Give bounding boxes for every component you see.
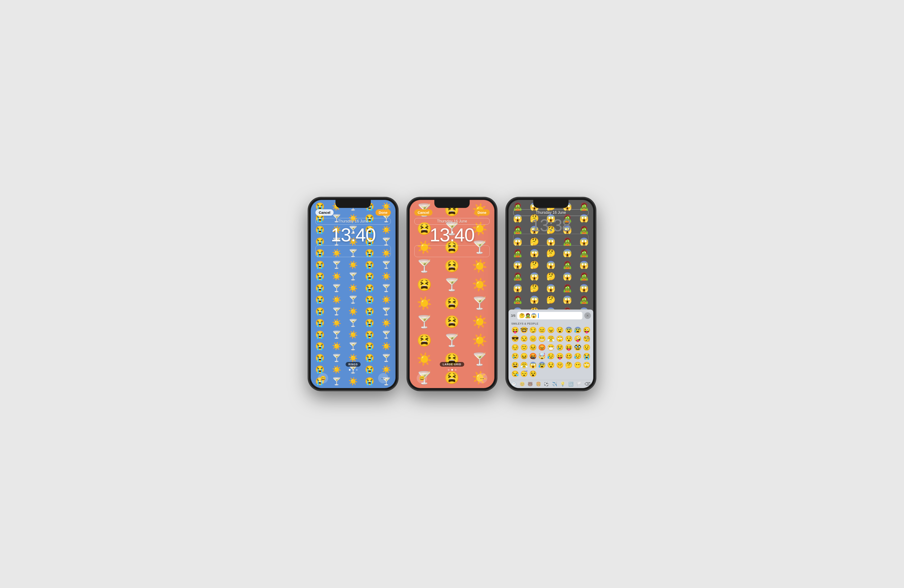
- emoji-cell[interactable]: 🤯: [538, 352, 546, 360]
- phone1-widget: [316, 245, 391, 257]
- phone1-bottom: RINGS 😀 ···: [316, 362, 391, 383]
- emoji-cell[interactable]: 😱: [529, 361, 537, 369]
- emoji-cell[interactable]: 😥: [574, 352, 582, 360]
- emoji-cell[interactable]: 🤬: [529, 352, 537, 360]
- delete-icon[interactable]: ⌫: [585, 381, 590, 387]
- phone1-time: 13:40: [316, 225, 391, 244]
- picker-counter: 3/6: [511, 314, 515, 317]
- dot: [356, 369, 357, 370]
- emoji-cell[interactable]: 🤫: [556, 361, 564, 369]
- picker-search-row: 3/6 🤔🧟😱 ✕: [511, 312, 591, 319]
- phone2-emoji-icon[interactable]: 😀: [417, 373, 427, 383]
- phone2-cancel-btn[interactable]: Cancel: [414, 209, 433, 216]
- emoji-cell[interactable]: 😡: [538, 344, 546, 352]
- emoji-cell[interactable]: 😑: [529, 335, 537, 343]
- phone3-time: 13:38: [513, 217, 588, 234]
- emoji-cell[interactable]: 🤓: [520, 326, 528, 334]
- emoji-cell[interactable]: 🙄: [556, 335, 564, 343]
- emoji-cell[interactable]: 😤: [520, 361, 528, 369]
- phone2-dots-icon[interactable]: ···: [477, 373, 487, 383]
- emoji-cell[interactable]: 😛: [556, 352, 564, 360]
- emoji-cell[interactable]: 🤔: [564, 361, 573, 369]
- object-icon[interactable]: 💡: [560, 381, 565, 387]
- emoji-cell[interactable]: 😶: [574, 361, 582, 369]
- phone3-wrapper: 🧟😱🤔😱🧟😱🤔😱🧟😱🧟😱🤔😱🧟😱🤔😱🧟😱🧟😱🤔😱🧟😱🤔😱🧟😱🧟😱🤔😱🧟😱🤔😱🧟😱…: [506, 197, 596, 391]
- emoji-cell[interactable]: 🥸: [574, 344, 582, 352]
- emoji-cell[interactable]: 😭: [582, 352, 591, 360]
- emoji-cell[interactable]: 😯: [564, 335, 573, 343]
- picker-cursor: [538, 313, 539, 318]
- emoji-cell[interactable]: 🙁: [520, 344, 528, 352]
- phone1-cancel-btn[interactable]: Cancel: [316, 209, 333, 216]
- symbol-icon[interactable]: 🔣: [568, 381, 574, 387]
- phone2-bottom-icons: 😀 ···: [414, 373, 490, 383]
- animal-icon[interactable]: 🐻: [528, 381, 533, 387]
- smiley-icon[interactable]: 😊: [520, 381, 525, 387]
- emoji-cell[interactable]: 😰: [574, 326, 582, 334]
- emoji-cell[interactable]: 😜: [582, 326, 591, 334]
- emoji-cell[interactable]: 😷: [547, 344, 555, 352]
- activity-icon[interactable]: ⚽: [544, 381, 549, 387]
- picker-close-btn[interactable]: ✕: [584, 312, 591, 319]
- picker-search-box[interactable]: 🤔🧟😱: [517, 312, 582, 319]
- phone1-screen: 😭☀️🍸😭☀️😭🍸☀️😭🍸😭☀️🍸😭☀️😭🍸☀️😭🍸😭☀️🍸😭☀️😭🍸☀️😭🍸😭…: [311, 200, 395, 388]
- emoji-cell[interactable]: 😨: [564, 326, 573, 334]
- emoji-cell[interactable]: 😬: [538, 335, 546, 343]
- phone1-bottom-icons: 😀 ···: [316, 373, 391, 383]
- picker-selected-emojis: 🤔🧟😱: [519, 313, 537, 318]
- emoji-cell[interactable]: 😝: [511, 326, 519, 334]
- recent-icon[interactable]: 🕐: [511, 381, 517, 387]
- emoji-cell[interactable]: 😵: [529, 370, 537, 378]
- phone2-date: Thursday 16 June: [414, 218, 490, 225]
- emoji-cell[interactable]: 😢: [511, 352, 519, 360]
- emoji-cell[interactable]: 🥴: [564, 352, 573, 360]
- emoji-cell[interactable]: 😪: [511, 370, 519, 378]
- phone3-date: Thursday 16 June: [513, 209, 588, 216]
- phone1-lock-overlay: Cancel Done Thursday 16 June 13:40 RINGS: [311, 200, 395, 388]
- emoji-cell[interactable]: 😐: [538, 326, 546, 334]
- emoji-cell[interactable]: 😢: [556, 344, 564, 352]
- emoji-cell[interactable]: 😔: [511, 344, 519, 352]
- emoji-cell[interactable]: 😒: [520, 335, 528, 343]
- phone2-widget: [414, 245, 490, 257]
- emoji-cell[interactable]: 😎: [511, 335, 519, 343]
- phone1-wrapper: 😭☀️🍸😭☀️😭🍸☀️😭🍸😭☀️🍸😭☀️😭🍸☀️😭🍸😭☀️🍸😭☀️😭🍸☀️😭🍸😭…: [308, 197, 398, 391]
- emoji-cell[interactable]: 😫: [511, 361, 519, 369]
- emoji-cell[interactable]: 😧: [556, 326, 564, 334]
- emoji-cell[interactable]: 😝: [564, 344, 573, 352]
- phone2-notch: [435, 200, 469, 208]
- emoji-cell[interactable]: 😣: [529, 344, 537, 352]
- emoji-cell[interactable]: 😥: [547, 352, 555, 360]
- phone3: 🧟😱🤔😱🧟😱🤔😱🧟😱🧟😱🤔😱🧟😱🤔😱🧟😱🧟😱🤔😱🧟😱🤔😱🧟😱🧟😱🤔😱🧟😱🤔😱🧟😱…: [506, 197, 596, 391]
- dot-active: [349, 369, 351, 370]
- phone1-mode-badge: RINGS: [346, 362, 361, 367]
- phone1-top-bar: Cancel Done: [316, 209, 391, 216]
- phone1-dots-icon[interactable]: ···: [378, 373, 389, 383]
- food-icon[interactable]: 🍔: [536, 381, 541, 387]
- emoji-cell[interactable]: 🧐: [582, 335, 591, 343]
- phone1-done-btn[interactable]: Done: [376, 209, 391, 216]
- emoji-picker-panel: 3/6 🤔🧟😱 ✕ SMILEYS & PEOPLE 😝🤓😏😐😠😧😨😰😜😎😒😑😬…: [509, 309, 593, 388]
- emoji-cell[interactable]: 😯: [547, 361, 555, 369]
- phone2-screen: 🍸😫☀️😫🍸☀️☀️😫🍸🍸😫☀️😫🍸☀️☀️😫🍸🍸😫☀️😫🍸☀️☀️😫🍸🍸😫☀️…: [409, 200, 495, 388]
- phone2-done-btn[interactable]: Done: [474, 209, 490, 216]
- emoji-cell[interactable]: 😟: [582, 344, 591, 352]
- dot-active: [451, 369, 453, 370]
- emoji-cell[interactable]: 😏: [529, 326, 537, 334]
- phone1-emoji-icon[interactable]: 😀: [318, 373, 328, 383]
- emoji-cell[interactable]: 😠: [547, 326, 555, 334]
- dot: [352, 369, 354, 370]
- flag-icon[interactable]: 🏳️: [576, 381, 582, 387]
- phone1-date: Thursday 16 June: [316, 218, 391, 225]
- phone1-dots: [349, 369, 357, 370]
- emoji-cell[interactable]: 😴: [520, 370, 528, 378]
- emoji-cell[interactable]: 😤: [547, 335, 555, 343]
- emoji-cell[interactable]: 😖: [520, 352, 528, 360]
- phone3-notch: [533, 200, 569, 208]
- emoji-cell[interactable]: 🙄: [582, 361, 591, 369]
- phones-container: 😭☀️🍸😭☀️😭🍸☀️😭🍸😭☀️🍸😭☀️😭🍸☀️😭🍸😭☀️🍸😭☀️😭🍸☀️😭🍸😭…: [308, 197, 596, 391]
- emoji-cell[interactable]: 🤪: [574, 335, 582, 343]
- phone2-lock-overlay: Cancel Done Thursday 16 June 13:40 LARGE…: [409, 200, 495, 388]
- emoji-cell[interactable]: 😰: [538, 361, 546, 369]
- travel-icon[interactable]: ✈️: [552, 381, 557, 387]
